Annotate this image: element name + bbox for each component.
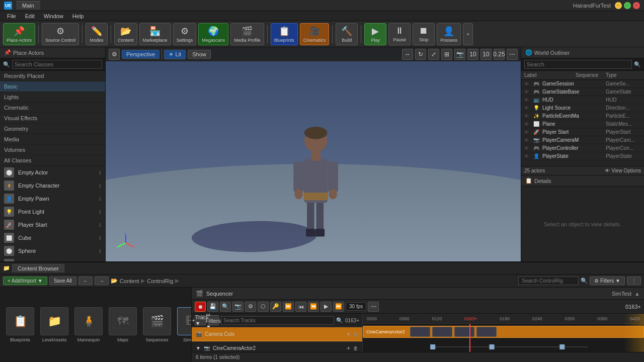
track-cinecamera[interactable]: ▼ 📷 CineCameraActor2 + 🗑 xyxy=(192,341,362,352)
outliner-item-gamesession[interactable]: 👁 🎮 GameSession GameSe... xyxy=(521,80,644,88)
seq-step-fwd-btn[interactable]: ⏩ xyxy=(333,302,344,312)
megascans-btn[interactable]: 🌍 Megascans xyxy=(198,23,228,45)
vp-rot-size[interactable]: 10 xyxy=(480,49,492,60)
track-cam-expand[interactable]: ▼ xyxy=(196,345,201,351)
vis-icon-6[interactable]: 👁 xyxy=(524,130,531,135)
actor-point-light[interactable]: 💡 Point Light ℹ xyxy=(0,205,105,218)
vp-rotate-icon[interactable]: ↻ xyxy=(415,49,426,60)
add-import-btn[interactable]: + Add/Import ▼ xyxy=(3,277,47,285)
vis-icon-7[interactable]: 👁 xyxy=(524,138,531,143)
content-item-mannequin[interactable]: 🧍 Mannequin xyxy=(74,307,103,342)
search-actors-input[interactable] xyxy=(12,60,102,69)
menu-file[interactable]: File xyxy=(3,12,20,20)
nav-forward-btn[interactable]: → xyxy=(95,277,109,285)
content-item-levelassets[interactable]: 📁 LevelAssets xyxy=(40,307,68,342)
marketplace-btn[interactable]: 🏪 Marketplace xyxy=(139,23,171,45)
viewport[interactable]: ⚙ Perspective ☀ Lit Show ↔ ↻ ⤢ ⊞ 📷 10 10… xyxy=(106,47,521,261)
outliner-item-lightsource[interactable]: 👁 💡 Light Source Direction... xyxy=(521,104,644,112)
content-item-sequences[interactable]: 🎬 Sequences xyxy=(143,307,171,342)
actor-empty-character[interactable]: 🧍 Empty Character ℹ xyxy=(0,179,105,192)
cat-all-classes[interactable]: All Classes xyxy=(0,155,105,166)
actor-empty-actor-info[interactable]: ℹ xyxy=(99,170,101,175)
vis-icon-8[interactable]: 👁 xyxy=(524,146,531,151)
vp-grid-snap-icon[interactable]: ⊞ xyxy=(441,49,452,60)
cb-tab-content[interactable]: Content Browser xyxy=(12,264,64,273)
outliner-item-particleevent[interactable]: 👁 ✨ ParticleEventMa ParticleE... xyxy=(521,112,644,120)
view-options-btn[interactable]: 👁 View Options xyxy=(605,168,641,173)
track-cc-del-btn[interactable]: 🗑 xyxy=(353,331,358,337)
outliner-item-gamestatebase[interactable]: 👁 🎮 GameStateBase GameState xyxy=(521,88,644,96)
seq-settings-btn[interactable]: ⚙ xyxy=(245,302,256,312)
cat-lights[interactable]: Lights xyxy=(0,92,105,103)
actor-sphere[interactable]: ⚪ Sphere ℹ xyxy=(0,244,105,257)
vp-settings-btn[interactable]: ⚙ xyxy=(109,49,120,60)
seq-filter-btn[interactable]: ⏩ xyxy=(283,302,294,312)
outliner-item-playercamera[interactable]: 👁 📷 PlayerCameraM PlayerCam... xyxy=(521,136,644,144)
outliner-search-input[interactable] xyxy=(524,60,632,69)
cat-volumes[interactable]: Volumes xyxy=(0,145,105,155)
seq-mode-btn[interactable]: ⬡ xyxy=(258,302,269,312)
seq-search-btn[interactable]: 🔍 xyxy=(220,302,231,312)
menu-window[interactable]: Window xyxy=(40,12,67,20)
content-item-simtest[interactable]: 🎞 SimTest xyxy=(177,307,191,342)
actor-cylinder[interactable]: 🔴 Cylinder ℹ xyxy=(0,257,105,261)
outliner-item-playerstate[interactable]: 👁 👤 PlayerState PlayerState xyxy=(521,152,644,160)
source-control-btn[interactable]: ⚙ Source Control xyxy=(42,23,79,45)
main-tab[interactable]: Main xyxy=(16,1,40,10)
content-item-blueprints[interactable]: 📋 Blueprints xyxy=(6,307,34,342)
actor-player-start[interactable]: 🚀 Player Start ℹ xyxy=(0,218,105,231)
save-all-btn[interactable]: Save All xyxy=(49,277,76,285)
fps-display[interactable]: 30 fps xyxy=(346,302,366,311)
vis-icon-3[interactable]: 👁 xyxy=(524,106,531,111)
cat-cinematic[interactable]: Cinematic xyxy=(0,103,105,113)
blueprints-btn[interactable]: 📋 Blueprints xyxy=(271,23,298,45)
possess-btn[interactable]: 👤 Possess xyxy=(437,23,461,45)
content-item-maps[interactable]: 🗺 Maps xyxy=(109,307,137,342)
track-cam-del-btn[interactable]: 🗑 xyxy=(353,345,358,351)
actor-empty-actor[interactable]: ⚪ Empty Actor ℹ xyxy=(0,166,105,179)
seq-play-btn[interactable]: ▶ xyxy=(320,302,332,312)
vp-show-btn[interactable]: Show xyxy=(188,50,211,59)
outliner-item-hud[interactable]: 👁 📺 HUD HUD xyxy=(521,96,644,104)
vis-icon-9[interactable]: 👁 xyxy=(524,154,531,159)
track-cc-add-btn[interactable]: + xyxy=(347,331,350,338)
nav-back-btn[interactable]: ← xyxy=(78,277,93,285)
vis-icon-4[interactable]: 👁 xyxy=(524,114,531,119)
place-actors-btn[interactable]: 📌 Place Actors xyxy=(3,23,35,45)
vp-more-btn[interactable]: ⋯ xyxy=(507,49,518,60)
seq-camera-btn[interactable]: 📷 xyxy=(232,302,244,312)
content-btn[interactable]: 📂 Content xyxy=(114,23,137,45)
vis-icon-5[interactable]: 👁 xyxy=(524,122,531,127)
vis-icon-2[interactable]: 👁 xyxy=(524,98,531,103)
filter-tracks-btn[interactable]: ⚙ Filters ▼ xyxy=(208,315,219,325)
menu-help[interactable]: Help xyxy=(68,12,88,20)
actor-empty-pawn[interactable]: 👤 Empty Pawn ℹ xyxy=(0,192,105,205)
actor-cylinder-info[interactable]: ℹ xyxy=(99,261,101,262)
actor-empty-character-info[interactable]: ℹ xyxy=(99,183,101,189)
add-track-btn[interactable]: + Track ▼ xyxy=(195,315,206,325)
minimize-btn[interactable]: − xyxy=(615,2,622,9)
vp-scale-icon[interactable]: ⤢ xyxy=(428,49,439,60)
pause-btn[interactable]: ⏸ Pause xyxy=(388,23,411,45)
view-options-right-btn[interactable]: ⋮ xyxy=(627,277,641,285)
cinematics-btn[interactable]: 🎥 Cinematics xyxy=(300,23,330,45)
seq-expand-icon[interactable]: ▲ xyxy=(634,291,640,297)
seq-wave-btn[interactable]: 〰 xyxy=(368,302,379,312)
actor-cube-info[interactable]: ℹ xyxy=(99,235,101,241)
seq-save-btn[interactable]: 💾 xyxy=(207,302,218,312)
track-camera-cuts[interactable]: 🎬 Camera Cuts + 🗑 xyxy=(192,327,362,341)
cat-media[interactable]: Media xyxy=(0,134,105,145)
track-cam-add-btn[interactable]: + xyxy=(347,345,350,352)
vp-camera-icon[interactable]: 📷 xyxy=(454,49,465,60)
cat-recently-placed[interactable]: Recently Placed xyxy=(0,71,105,81)
close-btn[interactable]: × xyxy=(633,2,640,9)
filters-btn[interactable]: ⚙ Filters ▼ xyxy=(590,277,625,285)
content-search-input[interactable] xyxy=(518,277,579,285)
breadcrumb-control-rig[interactable]: ControlRig xyxy=(147,278,173,284)
vp-perspective-btn[interactable]: Perspective xyxy=(122,50,159,59)
modes-btn[interactable]: ✏️ Modes xyxy=(86,23,108,45)
expand-toolbar-btn[interactable]: » xyxy=(463,23,473,45)
cat-basic[interactable]: Basic xyxy=(0,81,105,92)
cat-visual-effects[interactable]: Visual Effects xyxy=(0,113,105,124)
actor-cube[interactable]: ⬜ Cube ℹ xyxy=(0,231,105,244)
